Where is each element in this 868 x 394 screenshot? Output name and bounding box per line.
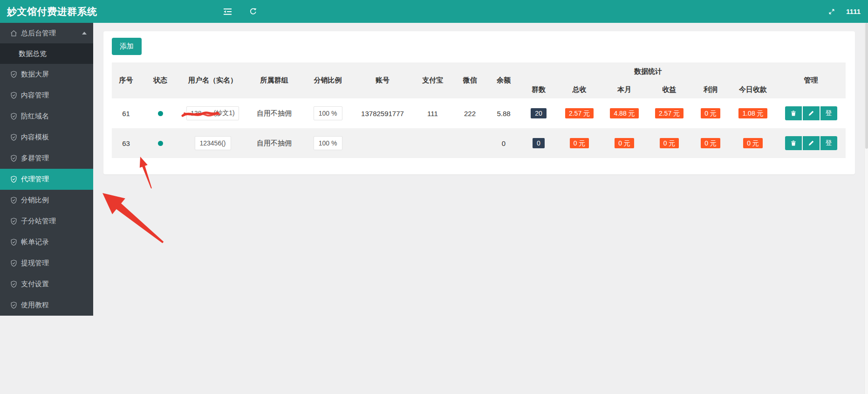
shield-check-icon [10,196,18,204]
username-field[interactable]: 138(妙文1) [186,106,239,120]
month-badge: 0 元 [615,138,634,148]
shield-check-icon [10,175,18,183]
profit-badge: 0 元 [701,138,720,148]
shield-check-icon [10,301,18,309]
pencil-icon [808,140,814,146]
col-header-alipay: 支付宝 [413,62,452,98]
refresh-button[interactable] [244,0,262,23]
col-header-wechat: 微信 [452,62,487,98]
shield-check-icon [10,217,18,225]
agents-card: 添加 序号 状态 用户名（实名） 所属群组 分销比例 [103,31,855,174]
ratio-field[interactable]: 100 % [314,136,342,150]
cell-seq: 61 [112,98,140,128]
cell-seq: 63 [112,128,140,158]
table-row: 63 123456() 自用不抽佣 100 % 0 0 0 元 0 元 0 元 [112,128,846,158]
sidebar-item-label: 子分站管理 [21,217,56,226]
sidebar-item-multi-group[interactable]: 多群管理 [0,148,93,169]
sidebar-item-label: 多群管理 [21,154,49,163]
sidebar-item-label: 代理管理 [21,175,49,184]
login-as-button[interactable]: 登 [820,136,837,150]
scrollbar-track[interactable] [864,23,868,394]
scrollbar-thumb[interactable] [865,23,868,149]
today-badge: 0 元 [743,138,763,148]
col-header-group: 所属群组 [245,62,303,98]
today-badge: 1.08 元 [738,108,767,118]
user-menu[interactable]: 1111 [843,0,863,23]
col-header-ratio: 分销比例 [303,62,352,98]
chevron-up-icon [82,32,87,35]
refresh-icon [249,7,257,15]
group-count-badge: 20 [531,108,547,118]
edit-button[interactable] [803,106,820,120]
manage-button-group: 登 [785,106,837,120]
cell-balance: 5.88 [487,98,520,128]
sidebar-item-label: 内容管理 [21,91,49,100]
income-badge: 2.57 元 [655,108,683,118]
sidebar-item-distribution-ratio[interactable]: 分销比例 [0,190,93,211]
trash-icon [790,110,797,117]
sidebar-item-agent-manage[interactable]: 代理管理 [0,169,93,190]
sidebar-item-label: 支付设置 [21,280,49,289]
top-bar: 妙文馆付费进群系统 1111 [0,0,868,23]
shield-check-icon [10,154,18,162]
sidebar-item-antired-domain[interactable]: 防红域名 [0,106,93,127]
sidebar-item-content-template[interactable]: 内容模板 [0,127,93,148]
sidebar-collapse-button[interactable] [218,0,237,23]
login-as-button[interactable]: 登 [820,106,837,120]
col-header-today: 今日收款 [730,81,776,98]
col-header-month: 本月 [601,81,647,98]
ratio-field[interactable]: 100 % [314,106,342,120]
sidebar-item-data-overview[interactable]: 数据总览 [0,43,93,64]
sidebar-item-label: 总后台管理 [21,29,56,38]
total-badge: 2.57 元 [565,108,594,118]
sidebar-item-label: 使用教程 [21,301,49,310]
sidebar-item-label: 内容模板 [21,133,49,142]
sidebar-item-bill-record[interactable]: 帐单记录 [0,232,93,253]
sidebar-item-label: 数据大屏 [21,70,49,79]
group-count-badge: 0 [533,138,545,148]
delete-button[interactable] [785,136,802,150]
cell-wechat: 222 [452,98,487,128]
shield-check-icon [10,238,18,246]
col-header-profit: 利润 [691,81,730,98]
shield-check-icon [10,112,18,120]
app-title: 妙文馆付费进群系统 [0,5,97,18]
username-suffix: (妙文1) [214,109,235,118]
sidebar-item-withdraw-manage[interactable]: 提现管理 [0,253,93,274]
sidebar-item-payment-settings[interactable]: 支付设置 [0,274,93,295]
cell-balance: 0 [487,128,520,158]
col-header-total: 总收 [557,81,601,98]
sidebar-item-label: 防红域名 [21,112,49,121]
shield-check-icon [10,259,18,267]
cell-account: 13782591777 [352,98,413,128]
cell-wechat [452,128,487,158]
shield-check-icon [10,70,18,78]
cell-alipay [413,128,452,158]
status-dot [158,141,163,146]
col-header-status: 状态 [140,62,180,98]
shield-check-icon [10,280,18,288]
sidebar-item-content-manage[interactable]: 内容管理 [0,85,93,106]
sidebar-item-label: 提现管理 [21,259,49,268]
agents-table: 序号 状态 用户名（实名） 所属群组 分销比例 账号 支付宝 微信 余额 数据统… [112,62,846,158]
sidebar-item-data-screen[interactable]: 数据大屏 [0,64,93,85]
total-badge: 0 元 [570,138,589,148]
add-button[interactable]: 添加 [112,38,142,55]
collapse-menu-icon [223,8,232,15]
sidebar-item-label: 数据总览 [19,49,47,58]
trash-icon [790,140,797,146]
sidebar-item-substation[interactable]: 子分站管理 [0,211,93,232]
status-dot [158,111,163,116]
sidebar-item-tutorial[interactable]: 使用教程 [0,295,93,316]
fullscreen-button[interactable] [822,0,841,23]
delete-button[interactable] [785,106,802,120]
col-header-account: 账号 [352,62,413,98]
home-icon [10,29,18,37]
table-row: 61 138(妙文1) 自用不抽佣 1 [112,98,846,128]
main-content: 添加 序号 状态 用户名（实名） 所属群组 分销比例 [93,23,868,174]
edit-button[interactable] [803,136,820,150]
col-header-income: 收益 [647,81,691,98]
username-field[interactable]: 123456() [195,136,231,150]
col-header-stats-group: 数据统计 [520,62,776,81]
sidebar-item-main-admin[interactable]: 总后台管理 [0,23,93,43]
